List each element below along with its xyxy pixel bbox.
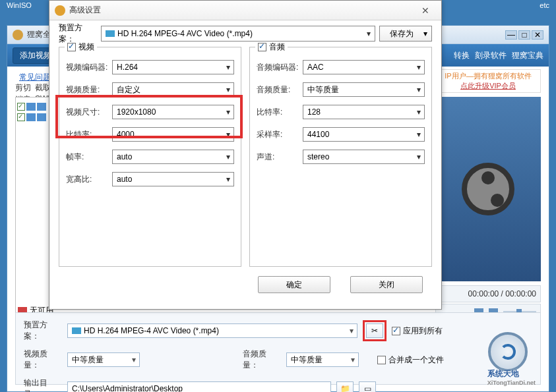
ok-button[interactable]: 确定	[258, 276, 330, 293]
dlg-scheme-select[interactable]: HD H.264 MPEG-4 AVC Video (*.mp4)	[101, 26, 375, 42]
audio-fieldset: 音频 音频编码器:AAC 音频质量:中等质量 比特率:128 采样率:44100…	[249, 47, 432, 267]
open-folder-button[interactable]: ▭	[359, 381, 376, 392]
audio-legend: 音频	[269, 42, 285, 53]
video-aspect-select[interactable]: auto	[112, 172, 234, 186]
dialog-close-button[interactable]: ✕	[415, 4, 436, 17]
browse-folder-button[interactable]: 📁	[336, 381, 354, 392]
dlg-scheme-value: HD H.264 MPEG-4 AVC Video (*.mp4)	[117, 29, 253, 38]
video-file-icon	[26, 113, 36, 121]
convert-arrow-icon	[500, 344, 516, 360]
audio-codec-select[interactable]: AAC	[303, 60, 425, 74]
tree-row-2[interactable]	[17, 113, 51, 121]
video-file-icon	[26, 103, 36, 111]
link-store[interactable]: 狸窝宝典	[512, 50, 543, 61]
apply-all-checkbox[interactable]	[392, 327, 400, 335]
apply-all-label: 应用到所有	[403, 325, 443, 337]
audio-bitrate-label: 比特率:	[257, 107, 303, 118]
scheme-value: HD H.264 MPEG-4 AVC Video (*.mp4)	[84, 326, 219, 335]
audio-samplerate-label: 采样率:	[257, 129, 303, 140]
tree-row-1[interactable]	[17, 103, 51, 111]
dialog-title: 高级设置	[69, 5, 415, 16]
bottom-settings-panel: 预置方案： HD H.264 MPEG-4 AVC Video (*.mp4) …	[15, 312, 541, 385]
watermark: 系统天地 XiTongTianDi.net	[487, 368, 536, 386]
video-legend: 视频	[78, 42, 94, 53]
audio-quality-select[interactable]: 中等质量	[303, 82, 425, 97]
video-size-label: 视频尺寸:	[66, 107, 112, 118]
folder-icon: 📁	[340, 384, 350, 392]
link-burn[interactable]: 刻录软件	[475, 50, 507, 61]
audio-quality-label: 音频质量：	[243, 349, 281, 371]
video-size-select[interactable]: 1920x1080	[112, 105, 234, 119]
audio-enable-checkbox[interactable]	[258, 43, 266, 51]
dialog-icon	[55, 5, 65, 16]
video-file-icon	[37, 103, 46, 111]
audio-channel-select[interactable]: stereo	[303, 150, 425, 164]
video-quality-label: 视频质量:	[66, 84, 112, 96]
video-quality-select[interactable]: 中等质量	[67, 352, 140, 367]
convert-button[interactable]	[488, 332, 528, 372]
vip-banner: IP用户—拥有狸窝所有软件 点此升级VIP会员	[435, 69, 541, 93]
video-quality-label: 视频质量：	[24, 349, 62, 371]
output-label: 输出目录：	[24, 378, 62, 392]
vip-upgrade-link[interactable]: 点此升级VIP会员	[437, 81, 539, 91]
video-bitrate-select[interactable]: 4000	[112, 127, 234, 142]
maximize-button[interactable]: □	[518, 30, 530, 40]
desktop-icon-winiso[interactable]: WinISO	[7, 1, 32, 26]
time-text: 00:00:00 / 00:00:00	[468, 289, 536, 298]
audio-bitrate-select[interactable]: 128	[303, 105, 425, 119]
advanced-settings-button[interactable]: ✂	[366, 323, 383, 338]
open-icon: ▭	[364, 384, 371, 392]
edit-toolbar: 剪切 截取	[15, 82, 51, 94]
edit-cut[interactable]: 剪切	[15, 82, 31, 94]
output-path-input[interactable]: C:\Users\Administrator\Desktop	[67, 381, 331, 392]
merge-label: 合并成一个文件	[388, 354, 444, 366]
merge-checkbox[interactable]	[377, 356, 386, 364]
tree-checkbox[interactable]	[17, 103, 25, 111]
video-fieldset: 视频 视频编码器:H.264 视频质量:自定义 视频尺寸:1920x1080 比…	[59, 47, 241, 267]
video-bitrate-label: 比特率:	[66, 129, 112, 140]
dialog-titlebar: 高级设置 ✕	[49, 1, 441, 20]
link-convert[interactable]: 转换	[454, 50, 470, 61]
video-aspect-label: 宽高比:	[66, 174, 112, 185]
film-reel-icon	[462, 163, 514, 215]
video-fps-select[interactable]: auto	[112, 150, 234, 164]
time-display: 00:00:00 / 00:00:00	[435, 285, 541, 302]
file-tree	[15, 97, 53, 314]
close-button[interactable]: 关闭	[350, 276, 423, 293]
scheme-label: 预置方案：	[24, 320, 62, 342]
video-codec-label: 视频编码器:	[66, 62, 112, 73]
video-codec-select[interactable]: H.264	[112, 60, 234, 74]
scheme-select[interactable]: HD H.264 MPEG-4 AVC Video (*.mp4)	[67, 323, 357, 338]
format-icon	[106, 30, 115, 37]
video-file-icon	[37, 113, 46, 121]
minimize-button[interactable]: —	[505, 30, 517, 40]
advanced-settings-dialog: 高级设置 ✕ 预置方案： HD H.264 MPEG-4 AVC Video (…	[49, 0, 442, 310]
video-quality-select[interactable]: 自定义	[112, 82, 234, 97]
desktop-icon-etc[interactable]: etc	[540, 1, 549, 26]
vip-line1: IP用户—拥有狸窝所有软件	[437, 71, 539, 81]
format-icon	[72, 327, 81, 334]
advanced-highlight: ✂	[363, 320, 386, 341]
audio-channel-label: 声道:	[257, 152, 303, 163]
app-icon	[13, 30, 23, 40]
video-enable-checkbox[interactable]	[67, 43, 76, 51]
audio-codec-label: 音频编码器:	[257, 62, 303, 73]
preview-panel	[435, 97, 541, 281]
tree-checkbox[interactable]	[17, 113, 25, 121]
audio-samplerate-select[interactable]: 44100	[303, 127, 425, 142]
audio-quality-label: 音频质量:	[257, 84, 303, 96]
video-fps-label: 帧率:	[66, 152, 112, 163]
close-main-button[interactable]: ✕	[532, 30, 543, 40]
wrench-icon: ✂	[371, 326, 378, 335]
audio-quality-select[interactable]: 中等质量	[286, 352, 359, 367]
save-as-button[interactable]: 保存为	[379, 26, 432, 42]
